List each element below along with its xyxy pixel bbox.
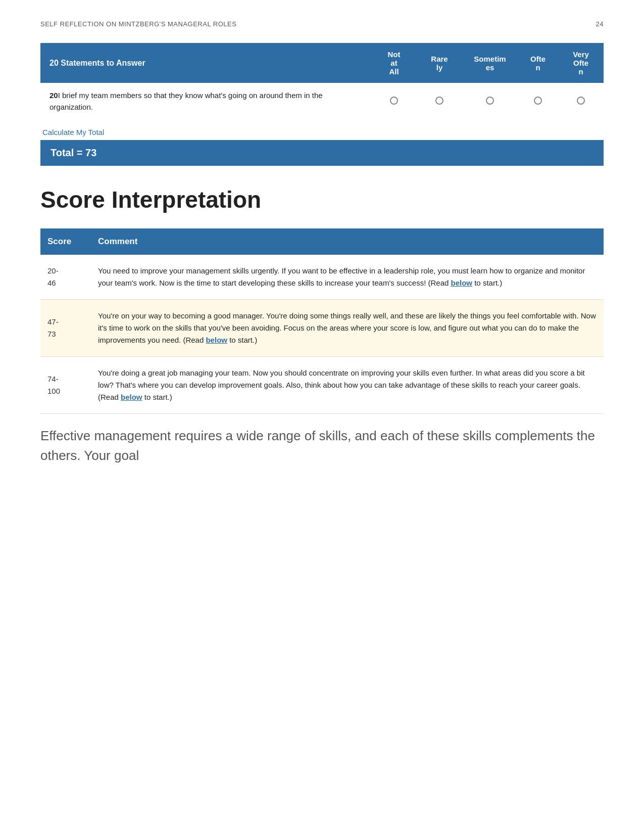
score-range-mid: 47-73 (40, 300, 91, 357)
radio-circle-sometimes[interactable] (486, 97, 494, 105)
col-often: Often (518, 43, 558, 83)
table-row: 20I brief my team members so that they k… (40, 83, 604, 120)
score-row-mid: 47-73 You're on your way to becoming a g… (40, 300, 604, 357)
statement-text: I brief my team members so that they kno… (49, 91, 323, 111)
radio-sometimes[interactable] (462, 83, 518, 120)
score-range-high: 74-100 (40, 357, 91, 414)
table-label-header: 20 Statements to Answer (40, 43, 371, 83)
score-comment-mid: You're on your way to becoming a good ma… (91, 300, 604, 357)
score-table: Score Comment 20-46 You need to improve … (40, 228, 604, 414)
comment-col-header: Comment (91, 228, 604, 255)
col-sometimes: Sometimes (462, 43, 518, 83)
calculate-link[interactable]: Calculate My Total (42, 128, 104, 136)
radio-often[interactable] (518, 83, 558, 120)
score-interpretation-section: Score Interpretation Score Comment 20-46… (40, 186, 604, 466)
score-row-high: 74-100 You're doing a great job managing… (40, 357, 604, 414)
section-title: Score Interpretation (40, 186, 604, 213)
statements-table: 20 Statements to Answer NotatAll Rarely … (40, 43, 604, 120)
page-header: SELF REFLECTION ON MINTZBERG'S MANAGERAL… (40, 20, 604, 28)
col-not-at-all: NotatAll (371, 43, 417, 83)
score-range-low: 20-46 (40, 255, 91, 300)
score-comment-high: You're doing a great job managing your t… (91, 357, 604, 414)
radio-very-often[interactable] (558, 83, 604, 120)
document-title: SELF REFLECTION ON MINTZBERG'S MANAGERAL… (40, 20, 236, 28)
total-bar: Total = 73 (40, 140, 604, 166)
below-link-high[interactable]: below (121, 393, 142, 401)
score-col-header: Score (40, 228, 91, 255)
col-rarely: Rarely (417, 43, 462, 83)
radio-circle-rarely[interactable] (435, 97, 443, 105)
radio-not-at-all[interactable] (371, 83, 417, 120)
footer-text: Effective management requires a wide ran… (40, 426, 604, 466)
total-value: Total = 73 (51, 147, 96, 158)
radio-circle-very-often[interactable] (577, 97, 585, 105)
below-link-low[interactable]: below (451, 279, 473, 287)
statement-cell: 20I brief my team members so that they k… (40, 83, 371, 120)
radio-rarely[interactable] (417, 83, 462, 120)
radio-circle-not-at-all[interactable] (390, 97, 398, 105)
page-number: 24 (596, 20, 604, 28)
radio-circle-often[interactable] (534, 97, 542, 105)
statement-number: 20 (49, 91, 58, 100)
score-comment-low: You need to improve your management skil… (91, 255, 604, 300)
below-link-mid[interactable]: below (206, 336, 227, 344)
score-row-low: 20-46 You need to improve your managemen… (40, 255, 604, 300)
col-very-often: VeryOften (558, 43, 604, 83)
